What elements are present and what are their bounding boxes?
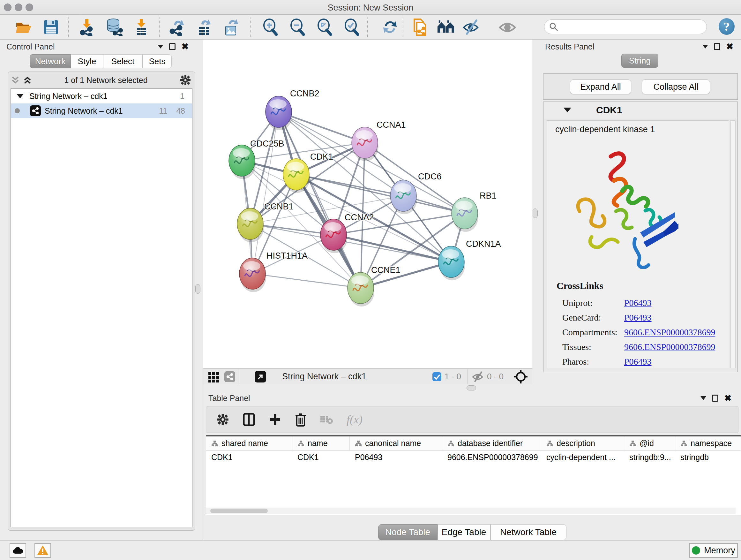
table-cell[interactable]: cyclin-dependent ...: [541, 450, 624, 464]
results-scrollbar[interactable]: [731, 120, 736, 368]
crosslink-link[interactable]: P06493: [624, 298, 652, 308]
import-network-database-button[interactable]: [105, 18, 123, 36]
function-builder-icon[interactable]: f(x): [347, 413, 362, 426]
edge-CCNB2-HIST1H1A[interactable]: [253, 112, 279, 273]
table-cell[interactable]: stringdb: [675, 450, 741, 464]
tab-node-table[interactable]: Node Table: [378, 524, 437, 540]
float-panel-icon[interactable]: [158, 45, 163, 49]
node-table[interactable]: shared namenamecanonical namedatabase id…: [206, 435, 741, 515]
edge-CCNA2-CDKN1A[interactable]: [333, 235, 451, 262]
refresh-button[interactable]: [381, 18, 399, 36]
scrollbar-thumb[interactable]: [210, 509, 268, 513]
column-header-sharedname[interactable]: shared name: [206, 436, 292, 450]
node-CDC6[interactable]: [390, 180, 417, 214]
column-header-databaseidentifier[interactable]: database identifier: [442, 436, 541, 450]
hide-selected-button[interactable]: [462, 18, 480, 36]
table-cell[interactable]: CDK1: [206, 450, 292, 464]
import-network-file-button[interactable]: [78, 18, 96, 36]
maximize-panel-icon[interactable]: [169, 43, 176, 50]
collapse-all-icon[interactable]: [10, 75, 20, 85]
collapse-all-button[interactable]: Collapse All: [642, 79, 710, 94]
node-CCNB1[interactable]: [237, 208, 264, 242]
table-row[interactable]: CDK1CDK1P064939606.ENSP00000378699cyclin…: [206, 450, 741, 464]
birds-eye-crosshair-icon[interactable]: [514, 370, 528, 384]
tab-string[interactable]: String: [621, 54, 658, 68]
column-header-canonicalname[interactable]: canonical name: [350, 436, 442, 450]
close-panel-icon[interactable]: ✖: [181, 44, 189, 50]
node-CDC25B[interactable]: [229, 145, 256, 179]
open-session-button[interactable]: [15, 18, 32, 36]
node-HIST1H1A[interactable]: [239, 258, 266, 292]
tab-network[interactable]: Network: [30, 54, 71, 68]
tab-network-table[interactable]: Network Table: [490, 524, 566, 540]
expand-all-icon[interactable]: [23, 75, 32, 85]
delete-table-icon[interactable]: [320, 414, 333, 425]
table-horizontal-scrollbar[interactable]: [206, 508, 736, 514]
tab-edge-table[interactable]: Edge Table: [437, 524, 490, 540]
tab-select[interactable]: Select: [103, 54, 143, 68]
crosslink-link[interactable]: 9606.ENSP00000378699: [624, 327, 715, 337]
table-cell[interactable]: 9606.ENSP00000378699: [442, 450, 541, 464]
float-panel-icon[interactable]: [700, 396, 706, 400]
tab-style[interactable]: Style: [71, 54, 103, 68]
column-header-namespace[interactable]: namespace: [675, 436, 741, 450]
network-view-mode-icon[interactable]: [224, 371, 235, 382]
hidden-eye-slash-icon[interactable]: [472, 371, 484, 382]
node-CCNA1[interactable]: [352, 127, 379, 161]
zoom-fit-button[interactable]: [316, 18, 333, 36]
toolbar-search[interactable]: [544, 19, 707, 34]
maximize-panel-icon[interactable]: [712, 395, 718, 401]
splitter-grip[interactable]: [195, 284, 200, 294]
crosslink-link[interactable]: P06493: [624, 357, 652, 367]
column-header-id[interactable]: @id: [624, 436, 675, 450]
node-CCNE1[interactable]: [347, 272, 374, 307]
show-columns-icon[interactable]: [243, 413, 255, 427]
grid-view-icon[interactable]: [208, 371, 220, 383]
collection-expand-icon[interactable]: [17, 94, 23, 98]
network-row[interactable]: String Network – cdk1 11 48: [11, 104, 192, 118]
column-header-description[interactable]: description: [541, 436, 624, 450]
cloud-status-button[interactable]: [10, 543, 26, 558]
network-collection-row[interactable]: String Network – cdk1 1: [11, 89, 192, 104]
expand-all-button[interactable]: Expand All: [570, 79, 631, 94]
memory-button[interactable]: Memory: [689, 543, 738, 558]
zoom-selected-button[interactable]: [343, 18, 360, 36]
node-CCNA2[interactable]: [320, 219, 347, 253]
first-neighbors-button[interactable]: [437, 18, 455, 36]
table-cell[interactable]: P06493: [350, 450, 442, 464]
network-canvas[interactable]: CCNB2CCNA1CDC25BCDK1CDC6RB1CCNB1CCNA2CDK…: [203, 40, 532, 368]
selected-nodes-checkbox-icon[interactable]: [432, 372, 442, 382]
zoom-in-button[interactable]: [261, 18, 279, 36]
clone-network-button[interactable]: [411, 18, 429, 36]
float-panel-icon[interactable]: [702, 45, 708, 49]
help-button[interactable]: ?: [719, 18, 735, 35]
network-options-gear-icon[interactable]: [180, 74, 191, 86]
edge-HIST1H1A-CCNE1[interactable]: [253, 273, 360, 288]
crosslink-link[interactable]: 9606.ENSP00000378699: [624, 342, 715, 352]
show-all-button[interactable]: [498, 18, 516, 36]
maximize-panel-icon[interactable]: [714, 43, 720, 50]
crosslink-link[interactable]: P06493: [624, 313, 652, 323]
entry-collapse-icon[interactable]: [563, 108, 571, 112]
column-header-name[interactable]: name: [292, 436, 350, 450]
result-entry-header[interactable]: CDK1: [544, 102, 737, 118]
export-table-button[interactable]: [195, 18, 213, 36]
import-table-file-button[interactable]: [132, 18, 150, 36]
tab-sets[interactable]: Sets: [143, 54, 172, 68]
save-session-button[interactable]: [42, 18, 60, 36]
splitter-grip[interactable]: [533, 208, 538, 218]
delete-column-icon[interactable]: [295, 413, 307, 427]
warning-status-button[interactable]: [35, 543, 51, 558]
node-RB1[interactable]: [452, 198, 478, 232]
splitter-grip[interactable]: [467, 385, 476, 390]
close-panel-icon[interactable]: ✖: [724, 395, 731, 401]
edge-CCNB2-RB1[interactable]: [279, 112, 465, 213]
table-cell[interactable]: CDK1: [292, 450, 350, 464]
detach-view-icon[interactable]: [255, 371, 266, 382]
table-settings-gear-icon[interactable]: [216, 413, 229, 426]
close-panel-icon[interactable]: ✖: [726, 44, 733, 50]
export-network-button[interactable]: [168, 18, 186, 36]
zoom-out-button[interactable]: [288, 18, 307, 36]
node-CDK1[interactable]: [283, 159, 310, 193]
network-graph[interactable]: CCNB2CCNA1CDC25BCDK1CDC6RB1CCNB1CCNA2CDK…: [203, 40, 532, 368]
